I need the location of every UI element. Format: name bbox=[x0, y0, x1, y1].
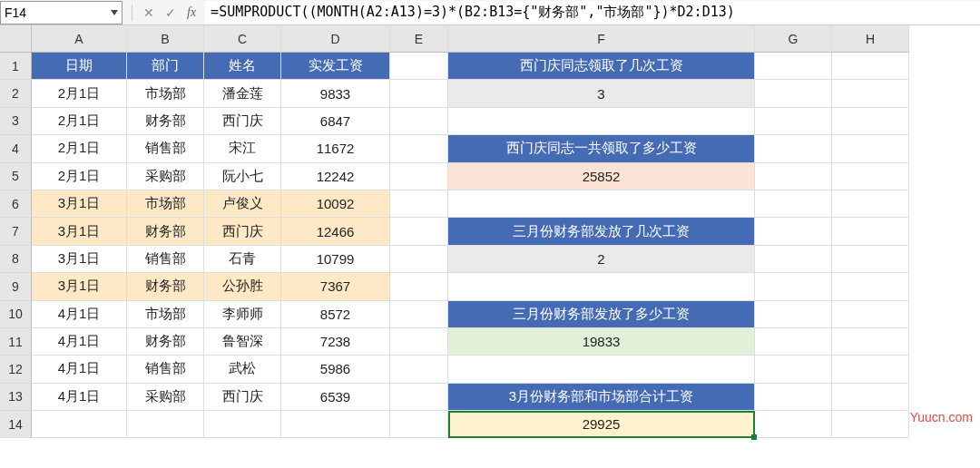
cell-D7[interactable]: 12466 bbox=[281, 218, 390, 245]
col-header-B[interactable]: B bbox=[127, 25, 204, 53]
cell-D9[interactable]: 7367 bbox=[281, 273, 390, 300]
cell-F6[interactable] bbox=[448, 190, 755, 218]
cell-D6[interactable]: 10092 bbox=[281, 190, 390, 218]
cell-E9[interactable] bbox=[390, 273, 448, 300]
cell-G3[interactable] bbox=[755, 108, 832, 135]
cell-G14[interactable] bbox=[755, 411, 832, 438]
cell-H11[interactable] bbox=[832, 328, 909, 356]
cell-A12[interactable]: 4月1日 bbox=[32, 356, 127, 383]
cell-B1[interactable]: 部门 bbox=[127, 53, 204, 80]
cell-A5[interactable]: 2月1日 bbox=[32, 163, 127, 190]
cell-D8[interactable]: 10799 bbox=[281, 246, 390, 273]
cell-E2[interactable] bbox=[390, 80, 448, 107]
row-header-3[interactable]: 3 bbox=[0, 108, 32, 135]
cell-B8[interactable]: 销售部 bbox=[127, 246, 204, 273]
cell-B13[interactable]: 采购部 bbox=[127, 384, 204, 411]
cell-C2[interactable]: 潘金莲 bbox=[204, 80, 281, 107]
cell-E12[interactable] bbox=[390, 356, 448, 383]
cell-B7[interactable]: 财务部 bbox=[127, 218, 204, 245]
cell-H8[interactable] bbox=[832, 246, 909, 273]
row-header-12[interactable]: 12 bbox=[0, 356, 32, 383]
cell-H14[interactable] bbox=[832, 411, 909, 438]
cell-F12[interactable] bbox=[448, 356, 755, 383]
cell-C7[interactable]: 西门庆 bbox=[204, 218, 281, 245]
cell-B9[interactable]: 财务部 bbox=[127, 273, 204, 300]
cell-A4[interactable]: 2月1日 bbox=[32, 135, 127, 162]
cell-E14[interactable] bbox=[390, 411, 448, 438]
cell-C3[interactable]: 西门庆 bbox=[204, 108, 281, 135]
cell-G5[interactable] bbox=[755, 163, 832, 190]
cell-B2[interactable]: 市场部 bbox=[127, 80, 204, 107]
cell-E3[interactable] bbox=[390, 108, 448, 135]
cell-B14[interactable] bbox=[127, 411, 204, 438]
cell-F1[interactable]: 西门庆同志领取了几次工资 bbox=[448, 53, 755, 80]
row-header-5[interactable]: 5 bbox=[0, 163, 32, 190]
cell-B11[interactable]: 财务部 bbox=[127, 328, 204, 356]
cell-C9[interactable]: 公孙胜 bbox=[204, 273, 281, 300]
row-header-8[interactable]: 8 bbox=[0, 246, 32, 273]
fx-icon[interactable]: fx bbox=[187, 5, 196, 20]
cell-F8[interactable]: 2 bbox=[448, 246, 755, 273]
cell-H12[interactable] bbox=[832, 356, 909, 383]
cell-F3[interactable] bbox=[448, 108, 755, 135]
cell-G10[interactable] bbox=[755, 301, 832, 328]
row-header-9[interactable]: 9 bbox=[0, 273, 32, 300]
cell-C5[interactable]: 阮小七 bbox=[204, 163, 281, 190]
cell-H5[interactable] bbox=[832, 163, 909, 190]
cell-B4[interactable]: 销售部 bbox=[127, 135, 204, 162]
col-header-A[interactable]: A bbox=[32, 25, 127, 53]
cancel-icon[interactable]: ✕ bbox=[143, 5, 154, 20]
cell-B10[interactable]: 市场部 bbox=[127, 301, 204, 328]
row-header-1[interactable]: 1 bbox=[0, 53, 32, 80]
row-header-4[interactable]: 4 bbox=[0, 135, 32, 162]
cell-D2[interactable]: 9833 bbox=[281, 80, 390, 107]
cell-D14[interactable] bbox=[281, 411, 390, 438]
cell-H13[interactable] bbox=[832, 384, 909, 411]
cell-A3[interactable]: 2月1日 bbox=[32, 108, 127, 135]
cell-C13[interactable]: 西门庆 bbox=[204, 384, 281, 411]
cell-E10[interactable] bbox=[390, 301, 448, 328]
cell-H7[interactable] bbox=[832, 218, 909, 245]
cell-E13[interactable] bbox=[390, 384, 448, 411]
cell-D3[interactable]: 6847 bbox=[281, 108, 390, 135]
cell-A9[interactable]: 3月1日 bbox=[32, 273, 127, 300]
row-header-7[interactable]: 7 bbox=[0, 218, 32, 245]
cell-E7[interactable] bbox=[390, 218, 448, 245]
cell-A13[interactable]: 4月1日 bbox=[32, 384, 127, 411]
cell-H9[interactable] bbox=[832, 273, 909, 300]
cell-D5[interactable]: 12242 bbox=[281, 163, 390, 190]
cell-D11[interactable]: 7238 bbox=[281, 328, 390, 356]
formula-input[interactable]: =SUMPRODUCT((MONTH(A2:A13)=3)*(B2:B13={"… bbox=[205, 1, 980, 24]
cell-H2[interactable] bbox=[832, 80, 909, 107]
row-header-13[interactable]: 13 bbox=[0, 384, 32, 411]
cell-G13[interactable] bbox=[755, 384, 832, 411]
cell-E6[interactable] bbox=[390, 190, 448, 218]
cell-G7[interactable] bbox=[755, 218, 832, 245]
cell-H1[interactable] bbox=[832, 53, 909, 80]
cell-C11[interactable]: 鲁智深 bbox=[204, 328, 281, 356]
cell-G4[interactable] bbox=[755, 135, 832, 162]
cell-G2[interactable] bbox=[755, 80, 832, 107]
row-header-6[interactable]: 6 bbox=[0, 190, 32, 218]
col-header-H[interactable]: H bbox=[832, 25, 909, 53]
cell-G1[interactable] bbox=[755, 53, 832, 80]
cell-C14[interactable] bbox=[204, 411, 281, 438]
col-header-C[interactable]: C bbox=[204, 25, 281, 53]
cell-C10[interactable]: 李师师 bbox=[204, 301, 281, 328]
cell-F13[interactable]: 3月份财务部和市场部合计工资 bbox=[448, 384, 755, 411]
cell-G8[interactable] bbox=[755, 246, 832, 273]
cell-A7[interactable]: 3月1日 bbox=[32, 218, 127, 245]
cell-D1[interactable]: 实发工资 bbox=[281, 53, 390, 80]
cell-D4[interactable]: 11672 bbox=[281, 135, 390, 162]
row-header-11[interactable]: 11 bbox=[0, 328, 32, 356]
confirm-icon[interactable]: ✓ bbox=[165, 5, 176, 20]
cell-G6[interactable] bbox=[755, 190, 832, 218]
select-all-corner[interactable] bbox=[0, 25, 32, 53]
cell-F2[interactable]: 3 bbox=[448, 80, 755, 107]
name-box[interactable]: F14 bbox=[0, 1, 122, 24]
row-header-10[interactable]: 10 bbox=[0, 301, 32, 328]
col-header-G[interactable]: G bbox=[755, 25, 832, 53]
cell-C1[interactable]: 姓名 bbox=[204, 53, 281, 80]
cell-F11[interactable]: 19833 bbox=[448, 328, 755, 356]
cell-F4[interactable]: 西门庆同志一共领取了多少工资 bbox=[448, 135, 755, 162]
